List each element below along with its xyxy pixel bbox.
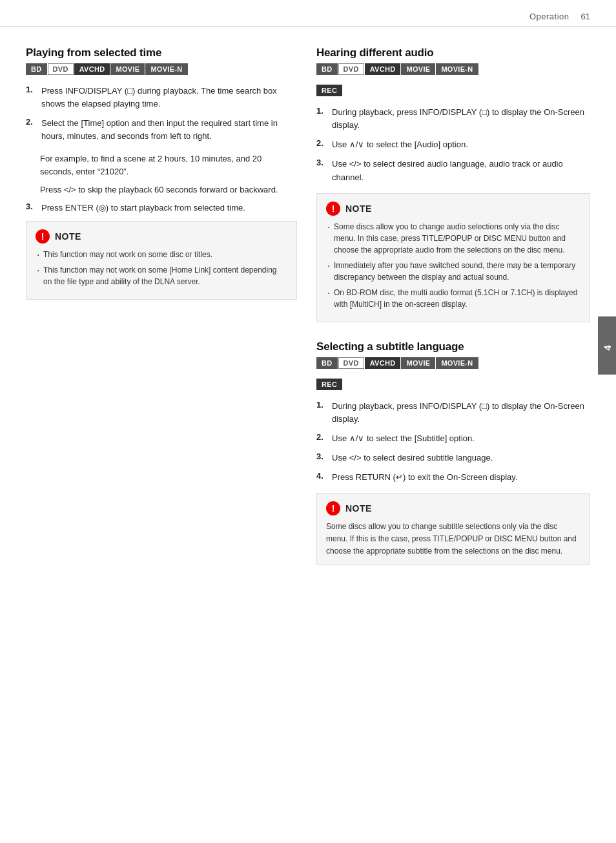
badge-movie: MOVIE (110, 63, 145, 75)
hearing-note-item-1: Some discs allow you to change audio sel… (326, 221, 580, 256)
step-3-text: Press ENTER (◎) to start playback from s… (41, 202, 245, 214)
header-page-number: 61 (581, 12, 590, 21)
hearing-badge-row: BD DVD AVCHD MOVIE MOVIE-N (316, 63, 590, 76)
subtitle-badge-dvd: DVD (338, 357, 364, 369)
subtitle-note-title: NOTE (345, 503, 372, 514)
side-tab-number: 4 (602, 344, 613, 351)
hearing-note-item-3: On BD-ROM disc, the multi audio format (… (326, 287, 580, 310)
playing-step-3: 3. Press ENTER (◎) to start playback fro… (26, 202, 297, 214)
hearing-step-2-num: 2. (316, 138, 328, 151)
page-header: Operation 61 (0, 0, 616, 27)
hearing-note-icon: ! (326, 202, 340, 216)
playing-note-box: ! NOTE This function may not work on som… (26, 221, 297, 300)
hearing-badge-movie-n: MOVIE-N (436, 63, 478, 75)
hearing-badge-rec: REC (316, 85, 342, 96)
hearing-step-3: 3. Use </> to select desired audio langu… (316, 158, 590, 183)
subtitle-step-1: 1. During playback, press INFO/DISPLAY (… (316, 400, 590, 426)
hearing-note-list: Some discs allow you to change audio sel… (326, 221, 580, 310)
subtitle-steps: 1. During playback, press INFO/DISPLAY (… (316, 400, 590, 484)
subtitle-badge-row: BD DVD AVCHD MOVIE MOVIE-N (316, 357, 590, 369)
sub-para-2: Press </> to skip the playback 60 second… (40, 183, 297, 196)
subtitle-note-text: Some discs allow you to change subtitle … (326, 521, 580, 557)
hearing-step-3-text: Use </> to select desired audio language… (332, 158, 590, 183)
step-1-text: Press INFO/DISPLAY (□) during playback. … (41, 85, 297, 110)
playing-note-header: ! NOTE (36, 229, 287, 244)
subtitle-badge-rec: REC (316, 379, 342, 390)
playing-step-1: 1. Press INFO/DISPLAY (□) during playbac… (26, 85, 297, 110)
left-column: Playing from selected time BD DVD AVCHD … (26, 47, 297, 576)
subtitle-step-3-text: Use </> to select desired subtitle langu… (332, 452, 493, 464)
subtitle-badge-avchd: AVCHD (365, 357, 401, 369)
badge-dvd: DVD (48, 63, 74, 75)
subtitle-step-1-text: During playback, press INFO/DISPLAY (□) … (332, 400, 590, 426)
hearing-note-header: ! NOTE (326, 202, 580, 216)
sub-para-1: For example, to find a scene at 2 hours,… (40, 152, 297, 178)
right-column: Hearing different audio BD DVD AVCHD MOV… (316, 47, 590, 576)
note-icon: ! (36, 229, 50, 244)
hearing-section: Hearing different audio BD DVD AVCHD MOV… (316, 47, 590, 322)
badge-movie-n: MOVIE-N (145, 63, 187, 75)
subtitle-step-2-num: 2. (316, 432, 328, 445)
subtitle-badge-row-2: REC (316, 379, 590, 391)
playing-note-item-2: This function may not work on some [Home… (36, 264, 287, 287)
badge-bd: BD (26, 63, 47, 75)
subtitle-step-3-num: 3. (316, 452, 328, 464)
playing-step-2: 2. Select the [Time] option and then inp… (26, 117, 297, 143)
subtitle-section: Selecting a subtitle language BD DVD AVC… (316, 340, 590, 565)
playing-steps: 1. Press INFO/DISPLAY (□) during playbac… (26, 85, 297, 143)
subtitle-badge-bd: BD (316, 357, 338, 369)
subtitle-step-1-num: 1. (316, 400, 328, 426)
subtitle-badge-movie: MOVIE (401, 357, 435, 369)
hearing-step-2: 2. Use ∧/∨ to select the [Audio] option. (316, 138, 590, 151)
playing-note-item-1: This function may not work on some disc … (36, 249, 287, 260)
badge-avchd: AVCHD (74, 63, 110, 75)
playing-title: Playing from selected time (26, 47, 297, 59)
hearing-badge-dvd: DVD (338, 63, 364, 75)
main-content: Playing from selected time BD DVD AVCHD … (0, 27, 616, 595)
hearing-badge-bd: BD (316, 63, 338, 75)
hearing-badge-movie: MOVIE (401, 63, 435, 75)
page: Operation 61 4 Operation Playing from se… (0, 0, 616, 843)
hearing-step-1: 1. During playback, press INFO/DISPLAY (… (316, 106, 590, 132)
subtitle-step-3: 3. Use </> to select desired subtitle la… (316, 452, 590, 464)
playing-note-list: This function may not work on some disc … (36, 249, 287, 287)
step-1-num: 1. (26, 85, 37, 110)
playing-badge-row: BD DVD AVCHD MOVIE MOVIE-N (26, 63, 297, 76)
subtitle-step-2-text: Use ∧/∨ to select the [Subtitle] option. (332, 432, 475, 445)
hearing-note-item-2: Immediately after you have switched soun… (326, 260, 580, 283)
hearing-step-3-num: 3. (316, 158, 328, 183)
header-section: Operation (529, 12, 570, 21)
step-3-num: 3. (26, 202, 37, 214)
hearing-badge-row-2: REC (316, 85, 590, 97)
hearing-step-2-text: Use ∧/∨ to select the [Audio] option. (332, 138, 468, 151)
hearing-note-title: NOTE (345, 203, 372, 214)
step-2-num: 2. (26, 117, 37, 143)
subtitle-badge-movie-n: MOVIE-N (436, 357, 478, 369)
subtitle-step-4-num: 4. (316, 471, 328, 484)
hearing-step-1-num: 1. (316, 106, 328, 132)
subtitle-note-header: ! NOTE (326, 501, 580, 515)
hearing-title: Hearing different audio (316, 47, 590, 59)
subtitle-step-4: 4. Press RETURN (↵) to exit the On-Scree… (316, 471, 590, 484)
subtitle-step-2: 2. Use ∧/∨ to select the [Subtitle] opti… (316, 432, 590, 445)
subtitle-note-icon: ! (326, 501, 340, 515)
hearing-step-1-text: During playback, press INFO/DISPLAY (□) … (332, 106, 590, 132)
hearing-steps: 1. During playback, press INFO/DISPLAY (… (316, 106, 590, 184)
subtitle-step-4-text: Press RETURN (↵) to exit the On-Screen d… (332, 471, 517, 484)
subtitle-title: Selecting a subtitle language (316, 340, 590, 353)
playing-note-title: NOTE (55, 231, 81, 242)
playing-section: Playing from selected time BD DVD AVCHD … (26, 47, 297, 300)
hearing-badge-avchd: AVCHD (365, 63, 401, 75)
subtitle-note-box: ! NOTE Some discs allow you to change su… (316, 493, 590, 565)
step-2-text: Select the [Time] option and then input … (41, 117, 297, 143)
hearing-note-box: ! NOTE Some discs allow you to change au… (316, 193, 590, 322)
side-tab: 4 Operation (598, 317, 616, 375)
